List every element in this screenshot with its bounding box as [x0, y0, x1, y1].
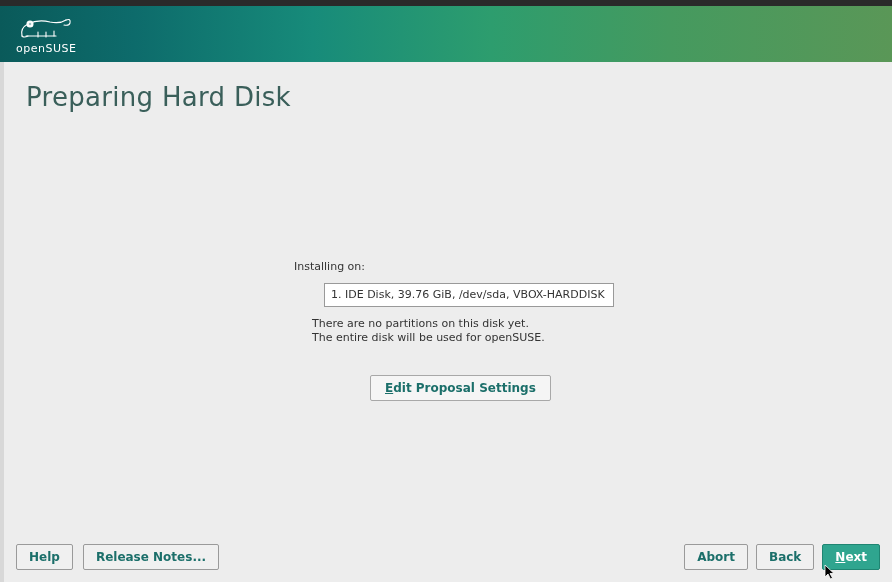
status-line-1: There are no partitions on this disk yet… [312, 317, 529, 330]
disk-selector[interactable]: 1. IDE Disk, 39.76 GiB, /dev/sda, VBOX-H… [324, 283, 614, 307]
chameleon-icon [16, 14, 76, 42]
help-button[interactable]: Help [16, 544, 73, 570]
release-notes-button[interactable]: Release Notes... [83, 544, 219, 570]
header-bar: openSUSE [0, 6, 892, 62]
brand-name: openSUSE [16, 42, 76, 55]
svg-point-1 [29, 22, 32, 25]
main-content: Preparing Hard Disk Installing on: 1. ID… [4, 62, 892, 582]
partition-status: There are no partitions on this disk yet… [312, 317, 674, 345]
installing-on-label: Installing on: [294, 260, 674, 273]
page-title: Preparing Hard Disk [26, 82, 870, 112]
bottom-right-buttons: Abort Back Next [684, 544, 880, 570]
back-button[interactable]: Back [756, 544, 814, 570]
next-button[interactable]: Next [822, 544, 880, 570]
bottom-left-buttons: Help Release Notes... [16, 544, 219, 570]
status-line-2: The entire disk will be used for openSUS… [312, 331, 545, 344]
abort-button[interactable]: Abort [684, 544, 748, 570]
edit-proposal-settings-button[interactable]: Edit Proposal Settings [370, 375, 551, 401]
install-on-block: Installing on: 1. IDE Disk, 39.76 GiB, /… [294, 260, 674, 401]
brand-logo: openSUSE [16, 14, 76, 55]
